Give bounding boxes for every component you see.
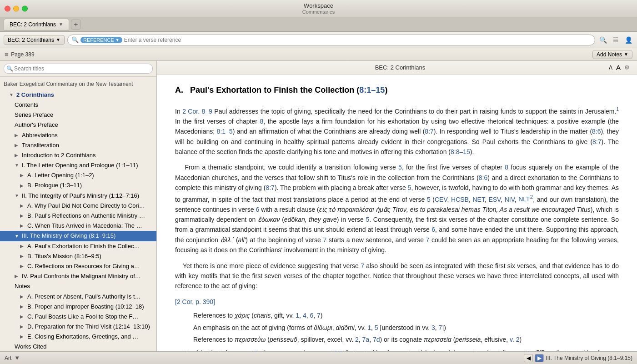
book-selector-arrow: ▼: [56, 37, 60, 42]
traffic-lights[interactable]: [5, 5, 28, 11]
font-small-button[interactable]: A: [609, 65, 612, 71]
tab-dropdown-icon[interactable]: ▼: [59, 22, 63, 27]
toolbar-icons: 🔍 ☰ 👤: [598, 35, 633, 45]
sidebar-item-authors-preface[interactable]: Author's Preface: [0, 120, 156, 130]
sidebar-item-ch3b[interactable]: ▶ B. Titus's Mission (8:16–9:5): [0, 251, 156, 261]
arrow-transliteration: ▶: [15, 142, 20, 149]
sidebar-item-ch2c[interactable]: ▶ C. When Titus Arrived in Macedonia: Th…: [0, 221, 156, 231]
sidebar-item-intro-2cor[interactable]: ▶ Introduction to 2 Corinthians: [0, 150, 156, 160]
sidebar-item-ch3c[interactable]: ▶ C. Reflections on Resources for Giving…: [0, 261, 156, 271]
link-cev[interactable]: CEV: [435, 195, 447, 203]
arrow-ch3: ▼: [15, 233, 20, 239]
sidebar-label-notes-e: E. Closing Exhortations, Greetings, and …: [27, 333, 141, 341]
sidebar-item-works-cited[interactable]: Works Cited: [0, 342, 156, 351]
book-selector[interactable]: BEC: 2 Corinthians ▼: [4, 35, 65, 45]
sidebar-label-ch3b: B. Titus's Mission (8:16–9:5): [27, 252, 101, 260]
link-net[interactable]: NET: [472, 195, 484, 203]
sidebar-book-title: Baker Exegetical Commentary on the New T…: [0, 79, 156, 90]
active-tab[interactable]: BEC: 2 Corinthians ▼: [4, 19, 69, 30]
minimize-button[interactable]: [13, 5, 19, 11]
link-v7d[interactable]: 7: [317, 312, 321, 319]
link-v5[interactable]: 5: [398, 164, 402, 171]
sidebar-item-transliteration[interactable]: ▶ Transliteration: [0, 140, 156, 150]
sidebar-item-ch1[interactable]: ▼ I. The Letter Opening and Prologue (1:…: [0, 160, 156, 170]
sidebar-item-series-preface[interactable]: Series Preface: [0, 110, 156, 120]
sidebar-item-2corinthians[interactable]: ▼ 2 Corinthians: [0, 90, 156, 100]
sidebar-item-ch1b[interactable]: ▶ B. Prologue (1:3–11): [0, 180, 156, 190]
reference-tag[interactable]: REFERENCE ▼: [80, 37, 122, 43]
bottom-triangle-down[interactable]: ▼: [14, 354, 20, 361]
sidebar-item-notes-a[interactable]: ▶ A. Present or Absent, Paul's Authority…: [0, 292, 156, 302]
link-8-7[interactable]: 8:7: [425, 128, 433, 135]
link-nlt2[interactable]: NLT2: [518, 195, 533, 203]
sidebar-label-ch1a: A. Letter Opening (1:1–2): [27, 171, 94, 180]
link-v7b[interactable]: 7: [426, 236, 430, 244]
link-8-6b[interactable]: 8:6: [479, 174, 487, 181]
nav-next-button[interactable]: ▶: [535, 354, 544, 362]
link-niv[interactable]: NIV: [505, 195, 515, 203]
link-v2[interactable]: 2: [355, 336, 359, 343]
sidebar-item-notes[interactable]: Notes: [0, 281, 156, 291]
verse-reference-input[interactable]: [124, 37, 591, 43]
link-v16[interactable]: 16: [525, 349, 532, 351]
sidebar-search-input[interactable]: [4, 64, 153, 74]
new-tab-button[interactable]: +: [71, 20, 81, 30]
link-v5b[interactable]: 5: [408, 184, 411, 191]
link-v7c[interactable]: 7: [361, 262, 364, 269]
link-v6b[interactable]: 6: [431, 226, 435, 233]
close-button[interactable]: [5, 5, 10, 11]
nav-prev-button[interactable]: ◀: [524, 354, 533, 362]
link-v4[interactable]: 4: [303, 312, 306, 319]
link-esv[interactable]: ESV: [488, 195, 501, 203]
reference-label: REFERENCE: [83, 37, 114, 43]
link-8-1-5[interactable]: 8:1–5: [217, 128, 233, 135]
font-large-button[interactable]: A: [616, 64, 621, 71]
link-8-6[interactable]: 8:6: [592, 128, 601, 135]
link-ch8b[interactable]: 8: [505, 164, 508, 171]
sidebar-item-ch2b[interactable]: ▶ B. Paul's Reflections on Authentic Min…: [0, 211, 156, 221]
sidebar-item-notes-e[interactable]: ▶ E. Closing Exhortations, Greetings, an…: [0, 332, 156, 342]
link-2cor-8-9[interactable]: 2 Cor. 8–9: [182, 107, 212, 115]
sidebar-item-ch2a[interactable]: ▶ A. Why Paul Did Not Come Directly to C…: [0, 201, 156, 211]
link-v1b[interactable]: 1: [367, 324, 371, 331]
list-icon[interactable]: ☰: [611, 35, 621, 45]
section-heading-link[interactable]: 8:1–15: [359, 85, 385, 95]
link-8-7c[interactable]: 8:7: [266, 184, 274, 191]
sidebar-label-abbreviations: Abbreviations: [22, 131, 58, 140]
sidebar-item-notes-c[interactable]: ▶ C. Paul Boasts Like a Fool to Stop the…: [0, 312, 156, 322]
link-v3[interactable]: 3: [431, 324, 435, 331]
add-notes-button[interactable]: Add Notes ▼: [592, 50, 632, 59]
add-user-icon[interactable]: 👤: [623, 35, 633, 45]
link-v5d[interactable]: 5: [366, 216, 369, 223]
link-8-7b[interactable]: 8:7: [592, 138, 601, 145]
link-v7f[interactable]: 7: [254, 349, 257, 351]
add-notes-arrow: ▼: [624, 52, 628, 57]
link-v5e[interactable]: 5: [375, 324, 378, 331]
link-8-9b[interactable]: 8:9: [334, 349, 343, 351]
arrow-intro: ▶: [15, 152, 20, 159]
sidebar-item-notes-b[interactable]: ▶ B. Proper and Improper Boasting (10:12…: [0, 302, 156, 312]
sidebar-item-contents[interactable]: Contents: [0, 100, 156, 110]
link-v7a[interactable]: 7a: [362, 336, 370, 343]
link-v6[interactable]: 6: [256, 206, 259, 213]
link-v5c[interactable]: 5: [427, 195, 431, 203]
sidebar-item-ch3[interactable]: ▼ III. The Ministry of Giving (8:1–9:15): [0, 231, 156, 241]
sidebar-item-notes-d[interactable]: ▶ D. Preparation for the Third Visit (12…: [0, 322, 156, 332]
link-v6c[interactable]: 6: [310, 312, 313, 319]
sidebar-item-ch2[interactable]: ▼ II. The Integrity of Paul's Ministry (…: [0, 191, 156, 201]
settings-icon[interactable]: ⚙: [624, 64, 630, 71]
link-8-8-15[interactable]: 8:8–15: [451, 148, 470, 155]
sidebar-item-abbreviations[interactable]: ▶ Abbreviations: [0, 130, 156, 140]
sidebar-item-ch4[interactable]: ▶ IV. Paul Confronts the Malignant Minis…: [0, 271, 156, 281]
search-button[interactable]: 🔍: [598, 35, 608, 45]
link-v2b[interactable]: v. 2: [510, 336, 520, 343]
link-v1[interactable]: 1: [296, 312, 299, 319]
link-hcsb[interactable]: HCSB: [451, 195, 469, 203]
link-v7d2[interactable]: 7d: [373, 336, 380, 343]
link-v7e[interactable]: 7: [438, 324, 442, 331]
maximize-button[interactable]: [22, 5, 28, 11]
link-v7[interactable]: 7: [323, 236, 326, 244]
link-ch8[interactable]: 8: [260, 118, 263, 125]
sidebar-item-ch1a[interactable]: ▶ A. Letter Opening (1:1–2): [0, 170, 156, 180]
sidebar-item-ch3a[interactable]: ▶ A. Paul's Exhortation to Finish the Co…: [0, 241, 156, 251]
